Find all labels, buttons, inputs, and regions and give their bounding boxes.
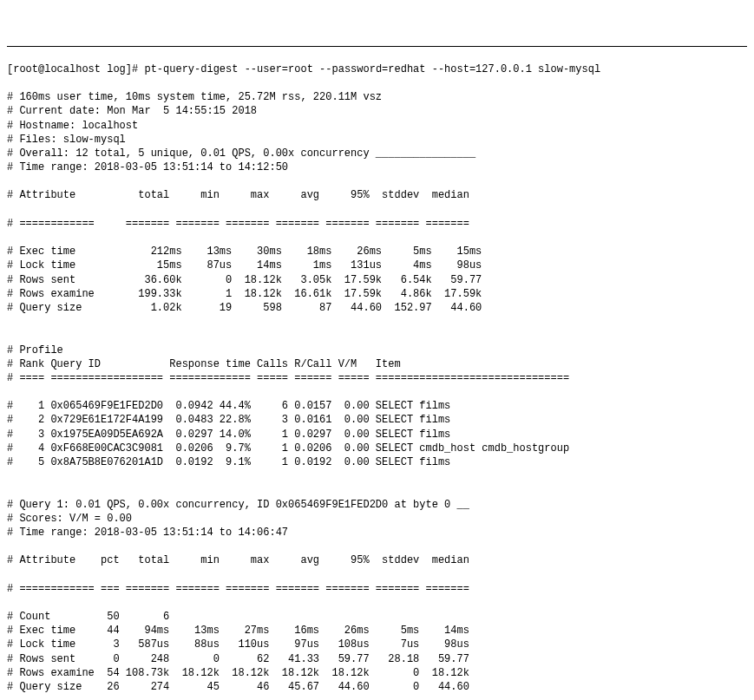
profile-header: # Profile # Rank Query ID Response time … (7, 343, 747, 386)
query1-header: # Query 1: 0.01 QPS, 0.00x concurrency, … (7, 498, 747, 540)
query1-table-divider: # ============ === ======= ======= =====… (7, 582, 747, 596)
overall-table-rows: # Exec time 212ms 13ms 30ms 18ms 26ms 5m… (7, 245, 747, 315)
overall-table-divider: # ============ ======= ======= ======= =… (7, 217, 747, 231)
window-top-border (7, 46, 747, 47)
header-block: # 160ms user time, 10ms system time, 25.… (7, 90, 747, 174)
overall-table-header: # Attribute total min max avg 95% stddev… (7, 188, 747, 202)
shell-prompt: [root@localhost log]# (7, 63, 144, 75)
query1-table-rows: # Count 50 6 # Exec time 44 94ms 13ms 27… (7, 610, 747, 694)
profile-rows: # 1 0x065469F9E1FED2D0 0.0942 44.4% 6 0.… (7, 399, 747, 469)
query1-table-header: # Attribute pct total min max avg 95% st… (7, 553, 747, 567)
command-text: pt-query-digest --user=root --password=r… (144, 63, 600, 75)
